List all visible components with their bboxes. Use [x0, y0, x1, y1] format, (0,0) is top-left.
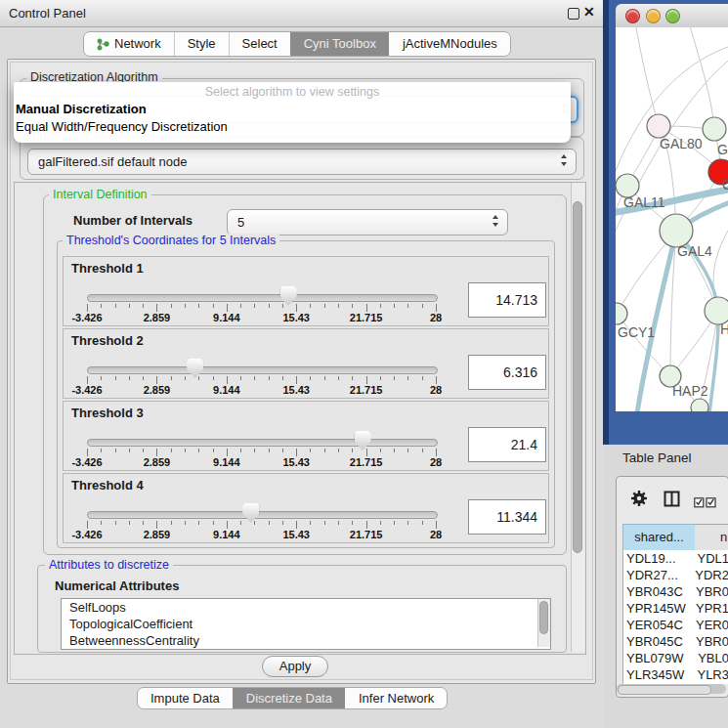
threshold-3-slider[interactable]	[87, 439, 438, 447]
cell-shared-name[interactable]: YPR145W	[623, 600, 696, 617]
tab-select[interactable]: Select	[229, 32, 290, 56]
select-columns-icon[interactable]	[694, 494, 717, 512]
node-partial-top[interactable]	[703, 117, 726, 141]
split-column-icon[interactable]	[664, 491, 680, 511]
threshold-2-slider-thumb[interactable]	[187, 359, 203, 378]
table-data-combobox[interactable]: galFiltered.sif default node	[27, 149, 577, 175]
horizontal-scrollbar-thumb[interactable]	[618, 685, 711, 695]
bottom-tab-bar: Impute Data Discretize Data Infer Networ…	[137, 687, 448, 709]
slider-tick	[296, 304, 297, 312]
cell-shared-name[interactable]: YER054C	[623, 617, 696, 633]
cell-name[interactable]: YBR0	[696, 583, 728, 600]
threshold-3-value-field[interactable]: 21.4	[468, 427, 546, 462]
cell-name[interactable]: YBL0	[698, 650, 728, 666]
slider-scale-label: 28	[430, 456, 442, 468]
tab-cyni-toolbox[interactable]: Cyni Toolbox	[290, 32, 389, 56]
slider-tick	[213, 521, 214, 525]
threshold-3-slider-thumb[interactable]	[355, 431, 371, 450]
table-row[interactable]: YBR045CYBR0	[623, 633, 728, 650]
slider-scale-label: 15.43	[282, 312, 310, 323]
node-gcy1[interactable]	[616, 303, 627, 324]
cell-name[interactable]: YLR3	[697, 666, 728, 683]
network-view[interactable]: GAL80 GA C GAL11 GAL4 GCY1 H HAP2	[616, 27, 728, 411]
attribute-list-item[interactable]: BetweennessCentrality	[62, 632, 550, 649]
threshold-4-slider[interactable]	[87, 511, 438, 519]
node-bottom[interactable]	[691, 399, 708, 411]
threshold-4-slider-thumb[interactable]	[242, 503, 259, 523]
slider-scale-label: 21.715	[350, 456, 383, 468]
zoom-traffic-light[interactable]	[665, 9, 680, 23]
attribute-list-item[interactable]: TopologicalCoefficient	[62, 616, 550, 632]
cell-shared-name[interactable]: YBR045C	[623, 633, 696, 650]
slider-tick	[87, 376, 88, 384]
panel-title: Control Panel	[9, 0, 86, 26]
node-h[interactable]	[705, 297, 728, 324]
tab-impute-data[interactable]: Impute Data	[138, 688, 233, 708]
threshold-2-panel: Threshold 2 6.316 -3.4262.8599.14415.432…	[63, 328, 549, 399]
slider-tick	[115, 521, 116, 525]
table-row[interactable]: YPR145WYPR1	[623, 600, 728, 617]
table-row[interactable]: YLR345WYLR3	[623, 666, 728, 683]
attribute-list-item[interactable]: SelfLoops	[62, 599, 550, 616]
vertical-scrollbar-thumb[interactable]	[573, 201, 582, 553]
node-gal80[interactable]	[647, 114, 670, 138]
apply-button[interactable]: Apply	[262, 656, 328, 677]
float-window-icon[interactable]	[568, 8, 579, 20]
threshold-1-slider-thumb[interactable]	[280, 286, 297, 306]
cell-shared-name[interactable]: YDL19...	[623, 550, 697, 567]
attributes-listbox[interactable]: SelfLoopsTopologicalCoefficientBetweenne…	[61, 598, 551, 650]
node-label-partial-low: H	[720, 321, 728, 337]
popup-item-manual-discretization[interactable]: Manual Discretization	[16, 102, 147, 116]
cell-name[interactable]: YDR2	[695, 567, 728, 583]
threshold-4-value-field[interactable]: 11.344	[468, 499, 546, 535]
minimize-traffic-light[interactable]	[646, 9, 661, 23]
threshold-1-label: Threshold 1	[71, 261, 144, 276]
number-of-intervals-label: Number of Intervals	[73, 213, 193, 228]
table-row[interactable]: YDR27...YDR2	[623, 567, 728, 583]
table-row[interactable]: YDL19...YDL1	[623, 550, 728, 567]
slider-scale-label: 21.715	[350, 384, 383, 396]
threshold-1-slider[interactable]	[87, 294, 438, 302]
cell-shared-name[interactable]: YDR27...	[623, 567, 695, 583]
attributes-list-scrollbar-thumb[interactable]	[539, 601, 548, 634]
tab-network[interactable]: Network	[84, 32, 174, 56]
cell-name[interactable]: YPR1	[696, 600, 728, 617]
node-gal4[interactable]	[660, 214, 693, 247]
slider-tick	[198, 304, 199, 308]
slider-tick	[171, 449, 172, 452]
tab-discretize-data[interactable]: Discretize Data	[233, 688, 345, 708]
interval-definition-title: Interval Definition	[49, 188, 151, 201]
table-row[interactable]: YER054CYER0	[623, 617, 728, 633]
threshold-2-slider[interactable]	[87, 366, 438, 374]
tab-jactivemnodules[interactable]: jActiveMNodules	[389, 32, 510, 56]
cell-name[interactable]: YER0	[696, 617, 728, 633]
cell-name[interactable]: YBR0	[696, 633, 728, 650]
cell-name[interactable]: YDL1	[697, 550, 728, 567]
close-icon[interactable]: ✕	[583, 4, 595, 20]
cell-shared-name[interactable]: YBL079W	[623, 650, 698, 666]
number-of-intervals-combobox[interactable]: 5	[227, 209, 508, 236]
threshold-1-value-field[interactable]: 14.713	[468, 282, 546, 318]
table-row[interactable]: YBR043CYBR0	[623, 583, 728, 600]
column-header-name[interactable]: n	[695, 524, 728, 551]
slider-scale-label: 28	[430, 384, 442, 396]
tab-infer-network[interactable]: Infer Network	[345, 688, 447, 708]
close-traffic-light[interactable]	[625, 9, 640, 23]
popup-item-equal-width-frequency[interactable]: Equal Width/Frequency Discretization	[16, 119, 228, 134]
threshold-2-value-field[interactable]: 6.316	[468, 355, 546, 390]
cell-shared-name[interactable]: YLR345W	[623, 666, 697, 683]
slider-scale-label: -3.426	[71, 529, 102, 540]
slider-scale-label: -3.426	[71, 456, 102, 468]
table-body[interactable]: YDL19...YDL1YDR27...YDR2YBR043CYBR0YPR14…	[622, 550, 728, 684]
numerical-attributes-heading: Numerical Attributes	[55, 578, 179, 593]
cell-shared-name[interactable]: YBR043C	[623, 583, 696, 600]
tab-style[interactable]: Style	[174, 32, 229, 56]
table-row[interactable]: YBL079WYBL0	[623, 650, 728, 666]
slider-tick	[185, 304, 186, 308]
gear-icon[interactable]	[630, 490, 648, 511]
combo-down-arrow-icon	[561, 162, 567, 166]
tab-cyni-toolbox-label: Cyni Toolbox	[304, 32, 376, 56]
slider-tick	[324, 304, 325, 308]
slider-tick	[352, 376, 353, 380]
column-header-shared-name[interactable]: shared...	[622, 524, 696, 551]
